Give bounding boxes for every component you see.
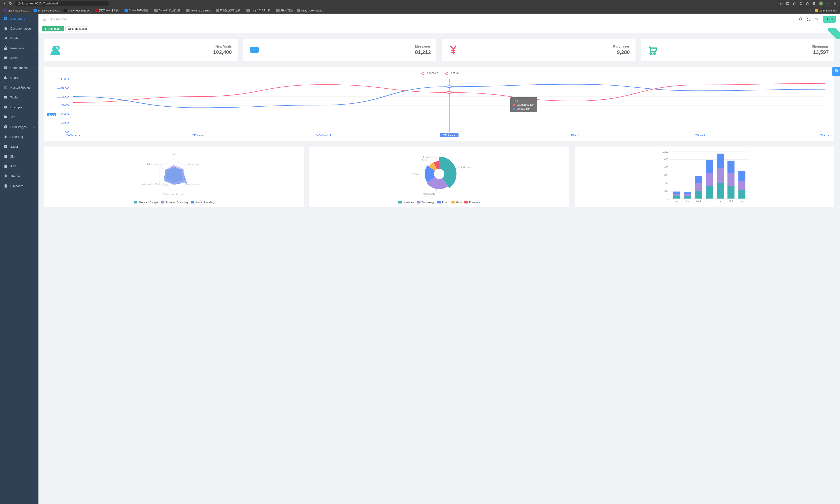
bookmark-item[interactable]: 清理数据库日志的... [214, 8, 244, 13]
legend-item[interactable]: Actual Spending [191, 201, 214, 204]
text-size-icon[interactable]: A» [780, 2, 783, 5]
legend-actual[interactable]: actual [444, 72, 459, 75]
settings-tab[interactable] [832, 67, 840, 76]
topbar: Dashboard TT [38, 14, 840, 25]
sidebar-item-tab[interactable]: Tab [0, 112, 38, 122]
svg-rect-13 [4, 165, 6, 168]
bookmark-item[interactable]: Powerful 2d-3d s... [185, 8, 213, 13]
svg-text:1,000: 1,000 [662, 158, 668, 161]
sidebar-item-charts[interactable]: Charts ⌄ [0, 73, 38, 83]
error-icon [4, 125, 7, 129]
search-icon[interactable] [799, 17, 803, 21]
sidebar-item-clipboard[interactable]: Clipboard [0, 181, 38, 191]
corner-ribbon[interactable] [828, 28, 840, 39]
legend-item[interactable]: Industries [398, 201, 414, 204]
legend-item[interactable]: Forecasts [464, 201, 480, 204]
fullscreen-icon[interactable] [807, 17, 811, 21]
svg-text:Gold: Gold [422, 159, 427, 162]
sidebar-item-components[interactable]: Components ⌄ [0, 63, 38, 73]
svg-text:Mon: Mon [66, 134, 80, 137]
radar-chart[interactable]: SalesMarketingDevelopmentCustomer Suppor… [47, 149, 301, 199]
bookmark-item[interactable]: Cocos 2019 新品... [123, 8, 152, 13]
sidebar-item-label: Clipboard [10, 184, 23, 188]
svg-text:Wed: Wed [316, 134, 332, 137]
sidebar-item-dashboard[interactable]: Dashboard [0, 14, 38, 23]
svg-line-67 [428, 160, 431, 164]
more-icon[interactable]: ⋯ [826, 2, 830, 5]
sidebar-item-error-log[interactable]: Error Log [0, 132, 38, 142]
hamburger-icon[interactable] [42, 17, 47, 21]
chevron-down-icon: ⌄ [33, 47, 35, 50]
star-icon[interactable] [793, 2, 796, 5]
sidebar-item-error-pages[interactable]: Error Pages ⌄ [0, 122, 38, 132]
other-favorites[interactable]: Other Favorites [813, 8, 838, 13]
components-icon [4, 66, 7, 70]
sidebar-item-excel[interactable]: Excel ⌄ [0, 142, 38, 151]
bookmark-item[interactable]: Unity 2019.2：新... [245, 8, 274, 13]
font-size-icon[interactable]: TT [815, 17, 819, 21]
read-icon[interactable] [786, 2, 789, 5]
tab-documentation[interactable]: Documentation [66, 26, 90, 31]
pie-chart[interactable]: IndustriesTechnologyForexGoldForecasts [312, 149, 566, 199]
sidebar-item-theme[interactable]: Theme [0, 171, 38, 181]
bookmark-item[interactable]: Visual Studio 201... [2, 8, 31, 13]
reload-icon[interactable] [9, 2, 12, 5]
stat-card-cart[interactable]: Shoppings13,597 [641, 39, 835, 61]
sidebar-item-label: PDF [10, 165, 16, 168]
legend-item[interactable]: Expected Spending [161, 201, 187, 204]
legend-item[interactable]: Technology [417, 201, 434, 204]
svg-text:0: 0 [667, 197, 668, 200]
stat-card-yen[interactable]: Purchases9,280 [442, 39, 636, 61]
svg-point-47 [447, 92, 452, 93]
collections-icon[interactable] [812, 2, 816, 5]
url-bar[interactable]: i localhost:9527/#/dashboard [15, 1, 109, 6]
sidebar-item-nested-routes[interactable]: Nested Routes ⌄ [0, 83, 38, 92]
svg-line-63 [436, 189, 437, 194]
sidebar-item-label: Tab [10, 115, 15, 119]
bookmark-item[interactable]: Simplify Game Cr... [32, 8, 61, 13]
legend-item[interactable]: Gold [451, 201, 462, 204]
sidebar-item-zip[interactable]: Zip ⌄ [0, 151, 38, 161]
svg-text:Fri: Fri [719, 200, 721, 202]
svg-rect-4 [813, 2, 815, 4]
stat-card-message[interactable]: Messages81,212 [243, 39, 437, 61]
sidebar-item-icons[interactable]: Icons [0, 53, 38, 63]
legend-item[interactable]: Forex [437, 201, 449, 204]
sidebar-item-guide[interactable]: Guide [0, 33, 38, 43]
sidebar-item-pdf[interactable]: PDF [0, 161, 38, 171]
legend-expected[interactable]: .legend-marker:nth-child(1)::after{borde… [420, 72, 439, 75]
svg-text:120: 120 [57, 95, 69, 98]
favorites-icon[interactable] [806, 2, 809, 5]
sidebar-item-label: Excel [10, 145, 18, 148]
sidebar-item-permission[interactable]: Permission ⌄ [0, 43, 38, 53]
back-icon[interactable] [3, 2, 6, 5]
profile-avatar[interactable] [819, 1, 823, 6]
sidebar-item-label: Components [10, 66, 28, 70]
message-icon [249, 44, 260, 56]
line-chart[interactable]: 0306090120150180MonTueWedThuFriSatSun [47, 77, 832, 138]
bookmarks-overflow-icon[interactable] [809, 9, 812, 12]
zip-icon [4, 155, 7, 158]
bookmark-item[interactable]: Unity - Download... [296, 8, 325, 13]
bookmark-item[interactable]: (四)Thread.join的... [93, 8, 122, 13]
legend-item[interactable]: Allocated Budget [134, 201, 158, 204]
stat-value: 9,280 [613, 49, 630, 55]
svg-rect-108 [728, 161, 734, 173]
extensions-icon[interactable] [799, 2, 803, 5]
bing-icon[interactable] [833, 1, 837, 6]
nested-icon [4, 86, 7, 89]
svg-text:Sun: Sun [740, 200, 744, 202]
sidebar-item-documentation[interactable]: Documentation [0, 23, 38, 33]
sidebar-item-example[interactable]: Example ⌄ [0, 102, 38, 112]
bar-chart[interactable]: 02004006008001,0001,200MonTueWedThuFriSa… [577, 149, 832, 203]
svg-rect-104 [717, 154, 724, 168]
tab-dashboard[interactable]: Dashboard [42, 26, 64, 31]
bookmark-item[interactable]: Unity Real-Time D... [62, 8, 92, 13]
user-avatar[interactable] [823, 16, 836, 23]
svg-rect-8 [4, 116, 7, 118]
stat-card-users[interactable]: New Visits102,400 [44, 39, 237, 61]
sidebar-item-table[interactable]: Table ⌄ [0, 92, 38, 102]
example-icon [4, 105, 7, 109]
bookmark-item[interactable]: Cocos引擎_游戏开... [153, 8, 184, 13]
bookmark-item[interactable]: 海神加速器 [275, 8, 295, 13]
